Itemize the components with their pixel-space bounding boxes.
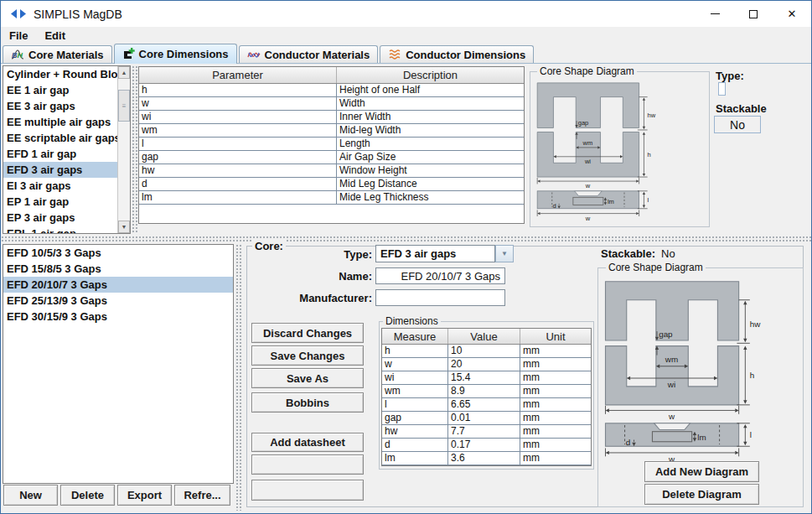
value-cell[interactable]: 3.6 (448, 452, 520, 465)
table-row[interactable]: lm3.6mm (382, 452, 591, 465)
name-field[interactable]: EFD 20/10/7 3 Gaps (375, 267, 505, 284)
parameter-table-body: hHeight of one HalfwWidthwiInner Widthwm… (139, 84, 524, 205)
value-cell[interactable]: 20 (448, 358, 520, 371)
table-row[interactable]: dMid Leg Distance (139, 178, 524, 191)
diagram-label-hw: hw (648, 112, 656, 119)
table-row[interactable]: h10mm (382, 345, 591, 358)
list-item[interactable]: EFD 30/15/9 3 Gaps (3, 309, 233, 324)
table-row[interactable]: lLength (139, 138, 524, 151)
minimize-button[interactable] (696, 1, 734, 27)
list-item[interactable]: EFD 20/10/7 3 Gaps (3, 277, 233, 293)
value-cell[interactable]: 0.01 (448, 412, 520, 424)
list-item[interactable]: EE 1 air gap (3, 82, 118, 98)
dimensions-table-header: Measure Value Unit (382, 329, 591, 345)
list-item[interactable]: EI 3 air gaps (3, 178, 118, 194)
table-row[interactable]: lmMide Leg Thickness (139, 191, 524, 205)
column-header[interactable]: Description (337, 67, 524, 83)
dimensions-group-title: Dimensions (383, 315, 441, 327)
new-button[interactable]: New (3, 485, 58, 506)
list-item[interactable]: EFD 10/5/3 3 Gaps (3, 245, 233, 261)
refresh-button[interactable]: Refre... (174, 485, 230, 506)
table-row[interactable]: l6.65mm (382, 398, 591, 412)
type-dropdown[interactable]: EFD 3 air gaps (375, 245, 495, 262)
table-row[interactable]: wi15.4mm (382, 371, 591, 385)
diagram-label-l: l (648, 196, 649, 204)
menu-file[interactable]: File (1, 28, 36, 44)
value-cell[interactable]: 8.9 (448, 385, 520, 397)
group-title: Core Shape Diagram (606, 262, 706, 273)
diagram-label-wi: wi (667, 380, 675, 389)
table-row[interactable]: wiInner Width (139, 111, 524, 124)
discard-changes-button[interactable]: Discard Changes (251, 323, 364, 343)
stackable-value[interactable]: No (714, 116, 761, 133)
list-item[interactable]: EFD 25/13/9 3 Gaps (3, 293, 233, 309)
manufacturer-label: Manufacturer: (286, 292, 372, 304)
bobbins-button[interactable]: Bobbins (251, 392, 364, 413)
menu-edit[interactable]: Edit (36, 28, 74, 44)
close-button[interactable]: ✕ (773, 1, 811, 27)
table-row[interactable]: w20mm (382, 358, 591, 371)
scrollbar[interactable]: ▲ ≡ ▼ (117, 66, 130, 233)
tab-core-dimensions[interactable]: Core Dimensions (114, 44, 237, 64)
table-row[interactable]: hHeight of one Half (139, 84, 524, 97)
save-as-button[interactable]: Save As (251, 368, 364, 388)
tab-conductor-dimensions[interactable]: Conductor Dimensions (380, 45, 534, 63)
parameter-table-header: Parameter Description (139, 67, 524, 84)
add-new-diagram-button[interactable]: Add New Diagram (644, 461, 759, 482)
column-header[interactable]: Measure (382, 329, 448, 344)
manufacturer-field[interactable] (375, 289, 505, 306)
tab-label: Conductor Materials (265, 49, 370, 61)
table-row[interactable]: wm8.9mm (382, 385, 591, 398)
core-list: EFD 10/5/3 3 GapsEFD 15/8/5 3 GapsEFD 20… (3, 245, 233, 324)
list-item[interactable]: EFD 1 air gap (3, 146, 118, 162)
vertical-splitter[interactable] (235, 244, 241, 511)
table-row[interactable]: gap0.01mm (382, 412, 591, 425)
chevron-down-icon[interactable]: ▼ (495, 245, 514, 262)
diagram-label-w: w (668, 412, 675, 421)
value-cell[interactable]: 15.4 (448, 371, 520, 384)
tab-conductor-materials[interactable]: Conductor Materials (239, 45, 379, 63)
list-item[interactable]: EE 3 air gaps (3, 98, 118, 114)
column-header[interactable]: Parameter (139, 67, 337, 83)
list-item[interactable]: EFD 3 air gaps (3, 162, 118, 178)
list-item[interactable]: EP 3 air gaps (3, 210, 118, 226)
scroll-thumb[interactable]: ≡ (118, 90, 130, 122)
delete-diagram-button[interactable]: Delete Diagram (644, 484, 759, 505)
table-row[interactable]: d0.17mm (382, 439, 591, 452)
stackable-label: Stackable (716, 102, 767, 115)
diagram-label-hw: hw (750, 319, 761, 329)
add-datasheet-button[interactable]: Add datasheet (251, 433, 364, 452)
delete-button[interactable]: Delete (60, 485, 115, 506)
value-cell[interactable]: 0.17 (448, 439, 520, 451)
table-row[interactable]: wWidth (139, 97, 524, 111)
table-row[interactable]: hwWindow Height (139, 164, 524, 178)
table-row[interactable]: hw7.7mm (382, 425, 591, 439)
maximize-icon (749, 10, 758, 18)
list-item[interactable]: EE scriptable air gaps (3, 130, 118, 146)
type-field[interactable] (718, 82, 726, 96)
export-button[interactable]: Export (117, 485, 172, 506)
column-header[interactable]: Unit (520, 329, 591, 344)
blank-button[interactable] (251, 454, 364, 475)
table-row[interactable]: gapAir Gap Size (139, 151, 524, 164)
tab-core-materials[interactable]: BH Core Materials (3, 45, 112, 63)
scroll-up-button[interactable]: ▲ (118, 66, 130, 79)
maximize-button[interactable] (734, 1, 773, 27)
value-cell[interactable]: 7.7 (448, 425, 520, 438)
table-row[interactable]: wmMid-leg Width (139, 124, 524, 138)
list-item[interactable]: EFD 15/8/5 3 Gaps (3, 261, 233, 277)
vertical-splitter[interactable] (132, 65, 137, 234)
horizontal-splitter[interactable] (1, 236, 811, 243)
list-item[interactable]: EE multiple air gaps (3, 114, 118, 130)
parameter-table: Parameter Description hHeight of one Hal… (138, 66, 525, 224)
blank-button[interactable] (251, 480, 364, 501)
scroll-down-button[interactable]: ▼ (118, 221, 130, 233)
list-item[interactable]: EP 1 air gap (3, 194, 118, 210)
value-cell[interactable]: 6.65 (448, 398, 520, 411)
diagram-label-w: w (585, 182, 591, 190)
value-cell[interactable]: 10 (448, 345, 520, 357)
list-item[interactable]: ERL 1 air gap (3, 226, 118, 234)
list-item[interactable]: Cylinder + Round Block (3, 66, 118, 82)
column-header[interactable]: Value (448, 329, 520, 344)
save-changes-button[interactable]: Save Changes (251, 345, 364, 366)
